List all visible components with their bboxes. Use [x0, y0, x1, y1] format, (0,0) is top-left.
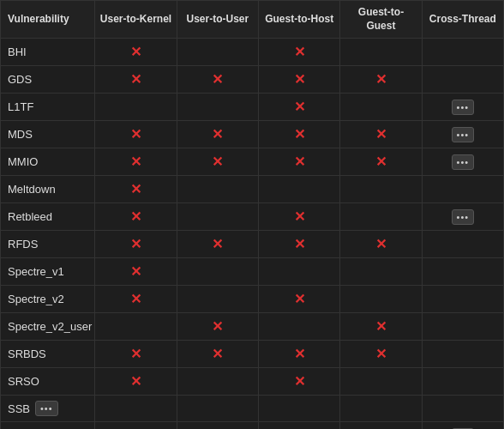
vuln-name-cell: BHI	[1, 39, 95, 66]
cross-icon: ✕	[130, 45, 141, 59]
vuln-name: Spectre_v2	[8, 293, 64, 305]
cross-icon: ✕	[212, 319, 223, 334]
vuln-name-cell: Spectre_v2	[1, 286, 95, 313]
vuln-name: RFDS	[8, 238, 38, 251]
cell-g2h: ✕	[259, 66, 340, 94]
header-g2h: Guest-to-Host	[259, 1, 340, 39]
vuln-name-cell: SRSO	[1, 368, 95, 396]
cross-icon: ✕	[294, 347, 305, 361]
cross-icon: ✕	[375, 154, 387, 169]
cross-icon: ✕	[294, 127, 305, 142]
cross-thread-more-button[interactable]: •••	[452, 100, 475, 115]
cell-ct	[422, 286, 503, 313]
table-row: MMIO✕✕✕✕•••	[1, 148, 504, 176]
cell-u2u	[177, 368, 258, 396]
cell-ct[interactable]: •••	[422, 148, 503, 176]
cell-g2g	[340, 94, 422, 121]
vuln-name: MMIO	[8, 155, 38, 168]
cell-g2h	[259, 176, 340, 203]
vuln-name: SRBDS	[8, 347, 46, 360]
table-row: BHI✕✕	[1, 39, 504, 66]
cell-u2u: ✕	[177, 66, 258, 94]
cross-icon: ✕	[375, 72, 387, 87]
table-row: L1TF✕•••	[1, 94, 504, 121]
vuln-name: L1TF	[8, 100, 33, 113]
cell-ct[interactable]: •••	[422, 94, 503, 121]
cross-icon: ✕	[212, 237, 223, 251]
cell-ct	[422, 313, 503, 341]
cross-icon: ✕	[375, 237, 387, 251]
cell-u2u	[177, 396, 258, 422]
header-u2k: User-to-Kernel	[95, 1, 177, 39]
cell-g2h	[259, 422, 340, 429]
cell-g2g: ✕	[340, 121, 422, 148]
cross-thread-more-button[interactable]: •••	[452, 127, 475, 142]
cross-icon: ✕	[212, 154, 223, 169]
cell-g2h: ✕	[259, 286, 340, 313]
cell-ct	[422, 176, 503, 203]
cross-icon: ✕	[294, 45, 305, 59]
cross-icon: ✕	[294, 72, 305, 87]
cell-g2g: ✕	[340, 422, 422, 429]
cell-u2k	[95, 313, 177, 341]
vuln-name: Retbleed	[8, 210, 52, 223]
table-row: TAA✕✕•••	[1, 422, 504, 429]
cell-u2u	[177, 258, 258, 286]
cross-thread-more-button[interactable]: •••	[452, 154, 475, 170]
cell-g2g	[340, 203, 422, 231]
cell-u2k: ✕	[95, 341, 177, 368]
cell-u2k: ✕	[95, 258, 177, 286]
cell-u2u: ✕	[177, 231, 258, 258]
cell-ct[interactable]: •••	[422, 422, 503, 429]
table-row: Retbleed✕✕•••	[1, 203, 504, 231]
cross-icon: ✕	[375, 127, 387, 142]
vuln-name-cell: L1TF	[1, 94, 95, 121]
header-g2g: Guest-to-Guest	[340, 1, 422, 39]
cell-u2u	[177, 286, 258, 313]
cell-g2h	[259, 396, 340, 422]
vuln-name-cell: MDS	[1, 121, 95, 148]
vuln-name-cell: Meltdown	[1, 176, 95, 203]
vuln-name: Spectre_v2_user	[8, 320, 92, 333]
cell-g2g	[340, 176, 422, 203]
cell-g2h	[259, 258, 340, 286]
table-row: Spectre_v2_user✕✕	[1, 313, 504, 341]
vuln-name: MDS	[8, 128, 33, 141]
cell-g2g: ✕	[340, 231, 422, 258]
cross-icon: ✕	[130, 237, 141, 251]
table-row: MDS✕✕✕✕•••	[1, 121, 504, 148]
vuln-name-cell: SSB•••	[1, 396, 95, 422]
table-row: RFDS✕✕✕✕	[1, 231, 504, 258]
cell-g2g: ✕	[340, 313, 422, 341]
more-info-button[interactable]: •••	[35, 401, 58, 416]
header-ct: Cross-Thread	[422, 1, 503, 39]
cross-icon: ✕	[294, 237, 305, 251]
cross-icon: ✕	[130, 347, 141, 361]
vuln-name-cell: RFDS	[1, 231, 95, 258]
cell-u2u	[177, 176, 258, 203]
cell-u2k: ✕	[95, 66, 177, 94]
cross-icon: ✕	[212, 127, 223, 142]
cell-u2k: ✕	[95, 203, 177, 231]
header-u2u: User-to-User	[177, 1, 258, 39]
cell-g2g: ✕	[340, 148, 422, 176]
cell-u2u	[177, 39, 258, 66]
cell-g2h: ✕	[259, 39, 340, 66]
cell-u2u: ✕	[177, 148, 258, 176]
cross-icon: ✕	[294, 292, 305, 306]
cell-u2u	[177, 94, 258, 121]
cell-ct	[422, 66, 503, 94]
cell-u2k: ✕	[95, 286, 177, 313]
cell-ct[interactable]: •••	[422, 203, 503, 231]
cross-icon: ✕	[212, 72, 223, 87]
vuln-name: SSB	[8, 402, 30, 415]
cell-ct[interactable]: •••	[422, 121, 503, 148]
cross-thread-more-button[interactable]: •••	[452, 209, 475, 225]
cross-icon: ✕	[294, 154, 305, 169]
cell-g2g	[340, 258, 422, 286]
vuln-name: Meltdown	[8, 183, 56, 196]
vuln-name-cell: MMIO	[1, 148, 95, 176]
cell-u2k: ✕	[95, 176, 177, 203]
cell-ct	[422, 39, 503, 66]
table-row: Spectre_v1✕	[1, 258, 504, 286]
